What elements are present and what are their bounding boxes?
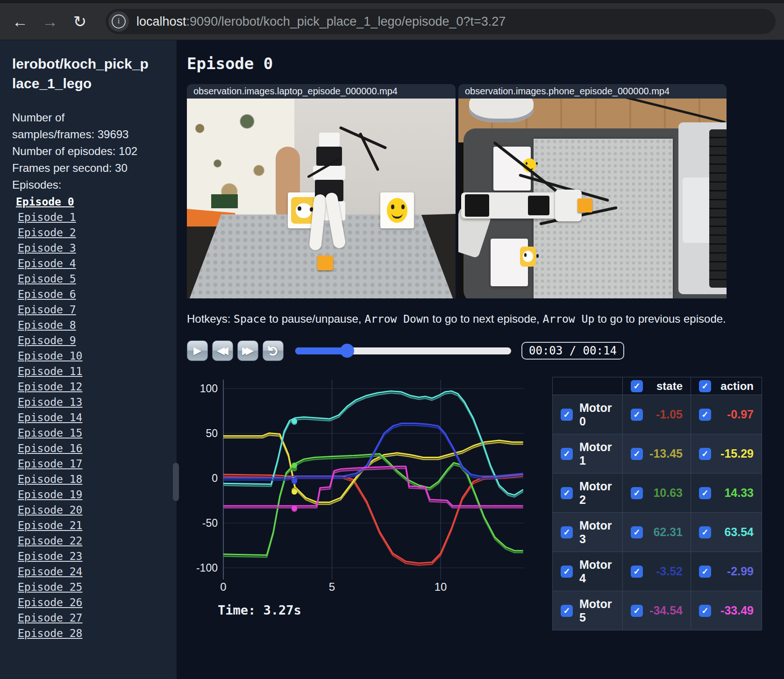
episode-link[interactable]: Episode 15 <box>18 425 167 441</box>
video-phone[interactable] <box>458 99 727 298</box>
action-value: 14.33 <box>711 486 754 500</box>
motor-row: ✓Motor 2 ✓10.63 ✓14.33 <box>553 474 762 513</box>
state-all-checkbox[interactable]: ✓ <box>631 380 643 392</box>
video-caption-phone: observation.images.phone_episode_000000.… <box>458 84 727 99</box>
video-row: observation.images.laptop_episode_000000… <box>187 84 784 298</box>
motor-checkbox[interactable]: ✓ <box>561 409 573 421</box>
state-value: -1.05 <box>643 408 683 421</box>
episode-link[interactable]: Episode 25 <box>18 580 167 595</box>
state-checkbox[interactable]: ✓ <box>631 566 643 578</box>
episode-link[interactable]: Episode 27 <box>18 610 167 626</box>
episode-link[interactable]: Episode 16 <box>18 441 167 456</box>
browser-chrome: ← → ↻ i localhost:9090/lerobot/koch_pick… <box>0 0 784 40</box>
action-checkbox[interactable]: ✓ <box>699 526 711 538</box>
episode-link[interactable]: Episode 7 <box>18 302 167 318</box>
address-bar[interactable]: i localhost:9090/lerobot/koch_pick_place… <box>106 9 776 34</box>
seek-slider-thumb[interactable] <box>340 344 354 358</box>
motor-label: Motor 5 <box>579 597 614 624</box>
episode-link[interactable]: Episode 10 <box>18 348 167 364</box>
player-controls: ▶ ◀◀ ▶▶ ↻ 00:03 / 00:14 <box>187 340 784 361</box>
url-host: localhost <box>136 14 186 28</box>
episode-link[interactable]: Episode 3 <box>18 240 167 256</box>
state-value: -13.45 <box>643 447 683 460</box>
motor-checkbox[interactable]: ✓ <box>561 605 573 617</box>
motor-checkbox[interactable]: ✓ <box>561 566 573 578</box>
episode-link[interactable]: Episode 19 <box>18 487 167 502</box>
play-button[interactable]: ▶ <box>187 340 208 361</box>
action-checkbox[interactable]: ✓ <box>699 566 711 578</box>
motor-table: ✓state ✓action✓Motor 0 ✓-1.05 ✓-0.97✓Mot… <box>552 377 762 630</box>
motor-row: ✓Motor 0 ✓-1.05 ✓-0.97 <box>553 395 762 434</box>
episode-link[interactable]: Episode 18 <box>18 472 167 487</box>
action-value: -33.49 <box>711 604 754 617</box>
episode-link[interactable]: Episode 21 <box>18 518 167 533</box>
episode-link[interactable]: Episode 20 <box>18 502 167 518</box>
motor-checkbox[interactable]: ✓ <box>561 448 573 460</box>
cursor-dot-action-3 <box>292 418 297 424</box>
site-info-icon[interactable]: i <box>108 11 129 32</box>
motor-chart[interactable]: 100500-50-1000510 <box>187 373 526 596</box>
video-laptop[interactable] <box>187 99 456 298</box>
state-checkbox[interactable]: ✓ <box>631 487 643 499</box>
reload-icon[interactable]: ↻ <box>70 12 90 31</box>
episode-link[interactable]: Episode 6 <box>18 287 167 302</box>
episode-link[interactable]: Episode 0 <box>16 194 167 210</box>
back-icon[interactable]: ← <box>10 13 30 31</box>
episode-link[interactable]: Episode 2 <box>18 225 167 240</box>
episode-link[interactable]: Episode 13 <box>18 395 167 410</box>
hugging-face-icon <box>387 198 408 222</box>
seek-slider[interactable] <box>295 347 511 354</box>
sidebar-resize-handle[interactable] <box>173 463 179 501</box>
chart-time-label: Time: 3.27s <box>218 603 526 617</box>
orange-lego-brick <box>577 198 592 212</box>
rewind-icon: ◀◀ <box>217 345 224 357</box>
episode-link[interactable]: Episode 14 <box>18 410 167 425</box>
loop-button[interactable]: ↻ <box>263 340 284 361</box>
dataset-stats: Number ofsamples/frames: 39693Number of … <box>12 109 167 193</box>
state-value: 62.31 <box>643 525 683 539</box>
episode-link[interactable]: Episode 22 <box>18 533 167 549</box>
episode-link[interactable]: Episode 9 <box>18 333 167 348</box>
svg-text:-100: -100 <box>196 562 218 574</box>
action-all-checkbox[interactable]: ✓ <box>699 380 711 392</box>
robot-motor <box>465 194 489 216</box>
video-panel-phone: observation.images.phone_episode_000000.… <box>458 84 727 298</box>
episode-link[interactable]: Episode 5 <box>18 271 167 287</box>
episode-link[interactable]: Episode 24 <box>18 564 167 580</box>
main-content: Episode 0 observation.images.laptop_epis… <box>177 40 784 679</box>
action-checkbox[interactable]: ✓ <box>699 448 711 460</box>
episode-link[interactable]: Episode 17 <box>18 456 167 472</box>
episode-link[interactable]: Episode 4 <box>18 256 167 271</box>
motor-checkbox[interactable]: ✓ <box>561 487 573 499</box>
episode-link[interactable]: Episode 28 <box>18 626 167 641</box>
motor-checkbox[interactable]: ✓ <box>561 526 573 538</box>
action-value: -15.29 <box>711 447 754 460</box>
rewind-button[interactable]: ◀◀ <box>212 340 233 361</box>
fast-forward-button[interactable]: ▶▶ <box>237 340 258 361</box>
action-checkbox[interactable]: ✓ <box>699 409 711 421</box>
episode-link[interactable]: Episode 12 <box>18 379 167 395</box>
episode-link[interactable]: Episode 8 <box>18 318 167 333</box>
episode-link[interactable]: Episode 11 <box>18 364 167 379</box>
episode-link[interactable]: Episode 1 <box>18 210 167 225</box>
action-checkbox[interactable]: ✓ <box>699 605 711 617</box>
video-caption-laptop: observation.images.laptop_episode_000000… <box>187 84 456 99</box>
episode-link[interactable]: Episode 23 <box>18 549 167 564</box>
url-path: :9090/lerobot/koch_pick_place_1_lego/epi… <box>186 14 506 28</box>
svg-text:5: 5 <box>329 580 335 593</box>
motor-row: ✓Motor 4 ✓-3.52 ✓-2.99 <box>553 552 762 591</box>
episode-link[interactable]: Episode 26 <box>18 595 167 610</box>
hotkeys-segment: to go to previous episode. <box>594 312 726 325</box>
motor-header-cell <box>553 377 623 395</box>
state-checkbox[interactable]: ✓ <box>631 448 643 460</box>
state-checkbox[interactable]: ✓ <box>631 409 643 421</box>
shoe <box>469 99 534 122</box>
seek-slider-fill <box>295 347 347 354</box>
loop-icon: ↻ <box>265 345 281 356</box>
forward-icon[interactable]: → <box>40 13 60 31</box>
state-checkbox[interactable]: ✓ <box>631 526 643 538</box>
state-checkbox[interactable]: ✓ <box>631 605 643 617</box>
episode-list: Episode 0Episode 1Episode 2Episode 3Epis… <box>12 194 167 641</box>
action-checkbox[interactable]: ✓ <box>699 487 711 499</box>
cursor-dot-action-2 <box>292 462 297 468</box>
